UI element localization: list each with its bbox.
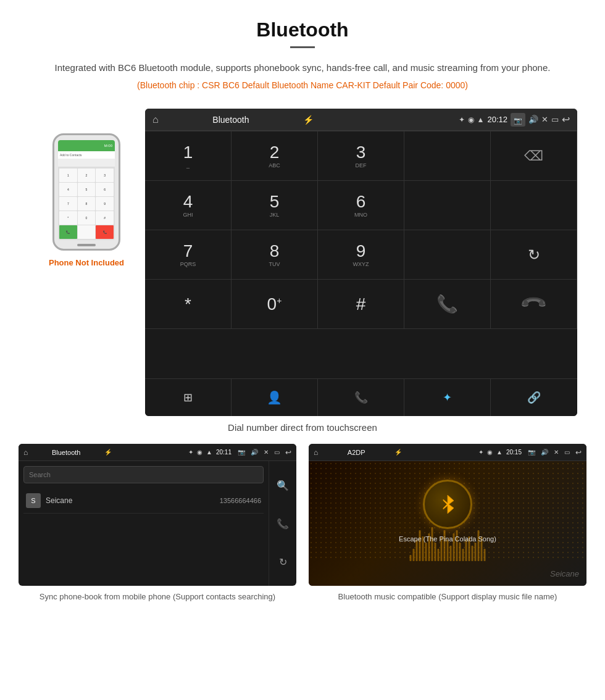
phone-screen-top: M:00 — [58, 140, 115, 151]
phonebook-caption: Sync phone-book from mobile phone (Suppo… — [19, 591, 296, 603]
bluetooth-specs: (Bluetooth chip : CSR BC6 Default Blueto… — [49, 80, 556, 90]
dial-key-0[interactable]: 0+ — [232, 280, 318, 329]
search-bar[interactable]: Search — [23, 466, 264, 483]
contacts-icon: 👤 — [267, 390, 282, 405]
screen-icon[interactable]: ▭ — [551, 115, 559, 124]
dial-call-green[interactable]: 📞 — [404, 280, 491, 329]
phone-key[interactable]: 3 — [96, 169, 114, 182]
refresh-action-icon[interactable]: ↻ — [279, 556, 287, 568]
dial-key-3[interactable]: 3 DEF — [318, 131, 404, 181]
contact-row[interactable]: S Seicane 13566664466 — [23, 488, 264, 514]
dial-empty-1 — [404, 181, 491, 230]
dial-key-4[interactable]: 4 GHI — [145, 181, 232, 230]
cam-icon-music[interactable]: 📷 — [528, 449, 535, 456]
music-caption-text: Bluetooth music compatible (Support disp… — [338, 592, 557, 601]
scr-icon-music[interactable]: ▭ — [564, 449, 570, 456]
nav-keypad[interactable]: ⊞ — [145, 379, 232, 416]
bt-icon-music: ✦ — [478, 449, 483, 456]
back-icon[interactable]: ↩ — [562, 114, 570, 125]
dial-key-9[interactable]: 9 WXYZ — [318, 230, 404, 280]
vol-icon-music[interactable]: 🔊 — [541, 449, 548, 456]
dial-number: # — [356, 296, 366, 313]
dial-key-1[interactable]: 1 _ — [145, 131, 232, 181]
music-statusbar: ⌂ A2DP ⚡ ✦ ◉ ▲ 20:15 📷 🔊 ✕ ▭ ↩ — [309, 444, 586, 461]
search-action-icon[interactable]: 🔍 — [277, 480, 289, 491]
home-icon-music[interactable]: ⌂ — [314, 448, 318, 457]
backspace-icon: ⌫ — [524, 148, 543, 164]
dial-key-8[interactable]: 8 TUV — [232, 230, 318, 280]
back-icon-small[interactable]: ↩ — [285, 448, 291, 457]
phone-key[interactable]: 2 — [78, 169, 96, 182]
dial-bottom-nav: ⊞ 👤 📞 ✦ 🔗 — [145, 378, 577, 416]
title-underline — [290, 46, 315, 48]
close-icon-music[interactable]: ✕ — [554, 449, 559, 456]
dial-letters: JKL — [270, 212, 280, 218]
main-screenshot-area: M:00 Add to Contacts 1 2 3 4 5 6 7 8 — [0, 109, 605, 416]
dial-backspace[interactable]: ⌫ — [491, 131, 577, 181]
keypad-icon: ⊞ — [183, 391, 193, 404]
phone-key[interactable]: 8 — [78, 197, 96, 210]
bluetooth-status-icon: ✦ — [459, 115, 465, 124]
loc-icon-music: ◉ — [487, 449, 493, 456]
home-icon[interactable]: ⌂ — [152, 114, 159, 125]
phone-key[interactable]: 5 — [78, 183, 96, 196]
phone-keypad: 1 2 3 4 5 6 7 8 9 * 0 # 📞 📞 — [58, 167, 115, 240]
phone-key[interactable]: 7 — [59, 197, 77, 210]
phonebook-time: 20:11 — [216, 449, 232, 456]
phone-key[interactable]: 6 — [96, 183, 114, 196]
dial-key-5[interactable]: 5 JKL — [232, 181, 318, 230]
dial-empty-3 — [404, 230, 491, 280]
call-action-icon[interactable]: 📞 — [277, 518, 289, 530]
dial-key-2[interactable]: 2 ABC — [232, 131, 318, 181]
phone-key[interactable]: * — [59, 211, 77, 225]
phonebook-title: Bluetooth — [31, 449, 101, 456]
search-placeholder: Search — [29, 471, 51, 478]
phone-key[interactable]: # — [96, 211, 114, 225]
nav-phone[interactable]: 📞 — [318, 379, 404, 416]
cam-icon-small[interactable]: 📷 — [238, 449, 245, 456]
nav-link[interactable]: 🔗 — [491, 379, 577, 416]
phone-not-included-label: Phone Not Included — [49, 258, 124, 267]
dial-letters: TUV — [269, 261, 280, 267]
call-red-icon: 📞 — [519, 289, 548, 319]
dial-key-7[interactable]: 7 PQRS — [145, 230, 232, 280]
dial-letters: MNO — [354, 212, 367, 218]
dial-key-hash[interactable]: # — [318, 280, 404, 329]
close-icon-small[interactable]: ✕ — [264, 449, 269, 456]
vol-icon-small[interactable]: 🔊 — [251, 449, 258, 456]
dial-letters: PQRS — [180, 261, 196, 267]
phone-key[interactable]: 0 — [78, 211, 96, 225]
close-icon[interactable]: ✕ — [541, 115, 548, 124]
phone-key[interactable]: 4 — [59, 183, 77, 196]
back-icon-music[interactable]: ↩ — [575, 448, 582, 457]
nav-contacts[interactable]: 👤 — [232, 379, 318, 416]
dial-key-star[interactable]: * — [145, 280, 232, 329]
phone-key[interactable]: 9 — [96, 197, 114, 210]
dial-number: * — [185, 296, 191, 313]
nav-bluetooth[interactable]: ✦ — [404, 379, 491, 416]
dial-key-6[interactable]: 6 MNO — [318, 181, 404, 230]
phone-key-call[interactable]: 📞 — [59, 225, 77, 239]
dial-grid: 1 _ 2 ABC 3 DEF ⌫ 4 GHI 5 JKL — [145, 131, 577, 378]
music-time: 20:15 — [506, 449, 522, 456]
scr-icon-small[interactable]: ▭ — [274, 449, 280, 456]
phone-key[interactable]: 1 — [59, 169, 77, 182]
dial-number: 8 — [270, 243, 280, 260]
dial-number: 2 — [270, 144, 280, 161]
music-title: A2DP — [322, 449, 391, 456]
phone-image: M:00 Add to Contacts 1 2 3 4 5 6 7 8 — [52, 133, 120, 251]
home-icon-small[interactable]: ⌂ — [23, 448, 28, 457]
dial-call-red[interactable]: 📞 — [491, 280, 577, 329]
camera-icon[interactable]: 📷 — [511, 113, 525, 127]
dial-letters: WXYZ — [353, 261, 369, 267]
phone-speaker — [77, 244, 96, 246]
page-header: Bluetooth Integrated with BC6 Bluetooth … — [0, 0, 605, 109]
dial-refresh[interactable]: ↻ — [491, 230, 577, 280]
bluetooth-album-icon — [435, 492, 460, 517]
location-icon: ◉ — [468, 115, 474, 124]
call-green-icon: 📞 — [436, 294, 458, 314]
signal-icon: ▲ — [477, 115, 485, 124]
phone-icon: 📞 — [354, 391, 368, 404]
phone-key-end[interactable]: 📞 — [96, 225, 114, 239]
volume-icon[interactable]: 🔊 — [528, 115, 538, 124]
